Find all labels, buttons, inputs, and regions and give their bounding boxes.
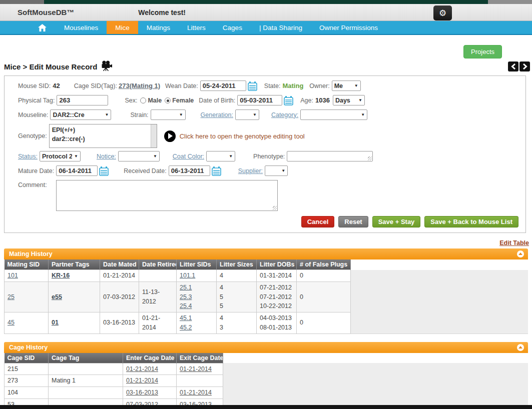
video-camera-icon[interactable] [100,60,113,72]
cancel-button[interactable]: Cancel [301,216,335,228]
litter-sid-link[interactable]: 45.2 [180,324,192,331]
mating-history-header-row: Mating SIDPartner TagsDate MatedDate Ret… [5,260,528,270]
dob-input[interactable] [237,95,282,106]
enter-date-link[interactable]: 01-21-2014 [126,377,158,384]
notice-label-link[interactable]: Notice: [97,153,116,160]
column-header [351,260,528,270]
enter-date-link[interactable]: 01-21-2014 [126,366,158,372]
phenotype-input[interactable] [287,151,373,162]
mating-sid-link[interactable]: 25 [8,294,15,300]
received-date-calendar-icon[interactable] [212,166,221,176]
collapse-up-icon[interactable] [517,344,524,351]
window-top-strip [0,0,532,4]
partner-tag-link[interactable]: 01 [52,319,59,326]
table-cell: 45.145.2 [177,312,217,334]
supplier-label-link[interactable]: Supplier: [238,168,263,174]
state-value: Mating [282,82,303,90]
mating-sid-link[interactable]: 45 [8,319,15,326]
litter-sid-link[interactable]: 25.1 [180,284,192,291]
dob-calendar-icon[interactable] [284,96,293,106]
comment-label: Comment: [18,182,47,188]
litter-sid-link[interactable]: 45.1 [180,314,192,322]
cage-history-row: 21501-21-201401-21-2014 [5,363,528,375]
table-cell: 101 [5,270,49,282]
category-select[interactable]: ▼ [300,110,367,120]
table-cell: 01-21-2014 [100,270,139,282]
exit-date-link[interactable]: 01-21-2014 [180,366,212,372]
save-back-button[interactable]: Save + Back to Mouse List [424,216,518,228]
mouseline-select[interactable]: DAR2::Cre▼ [50,110,111,120]
nav-item-mouselines[interactable]: Mouselines [56,21,107,34]
cage-tag-cell [49,363,123,375]
sex-female-radio[interactable] [165,98,171,104]
supplier-select[interactable]: ▼ [265,166,288,176]
cage-sid-link[interactable]: 273(Mating 1) [119,82,160,90]
settings-button[interactable]: ⚙ [433,6,452,20]
column-header [223,353,528,364]
top-strip-left [0,0,44,4]
chevron-down-icon: ▼ [251,112,257,117]
generation-select[interactable]: ▼ [235,110,259,120]
projects-button[interactable]: Projects [463,45,502,58]
cage-history-body: 21501-21-201401-21-2014273Mating 101-21-… [5,363,528,409]
top-strip-center [44,0,488,4]
status-label-link[interactable]: Status: [18,153,38,160]
chevron-down-icon: ▼ [72,154,78,158]
category-label-link[interactable]: Category: [271,112,298,118]
coat-color-select[interactable]: ▼ [206,151,235,162]
generation-label-link[interactable]: Generation: [201,112,233,118]
sex-label: Sex: [125,97,137,104]
sex-male-label: Male [148,97,162,104]
mating-history-table: Mating SIDPartner TagsDate MatedDate Ret… [4,260,528,334]
table-cell [177,375,223,387]
comment-textarea[interactable] [56,180,278,211]
mature-date-input[interactable] [56,166,98,176]
partner-tag-link[interactable]: e55 [52,294,62,300]
edit-table-link[interactable]: Edit Table [499,240,529,246]
strain-select[interactable]: ▼ [151,110,186,120]
column-header: Enter Cage Date [123,353,177,364]
nav-item-cages[interactable]: Cages [214,21,251,34]
nav-item-litters[interactable]: Litters [179,21,214,34]
play-icon[interactable] [164,130,176,142]
genotype-scrollbar[interactable] [151,124,157,148]
litter-sid-link[interactable]: 25.4 [180,302,192,310]
nav-item-mice[interactable]: Mice [107,21,138,34]
main-nav: Mouselines Mice Matings Litters Cages | … [0,21,532,35]
coat-color-label-link[interactable]: Coat Color: [173,153,204,160]
nav-item-matings[interactable]: Matings [138,21,179,34]
chevron-right-icon [522,64,527,70]
status-select[interactable]: Protocol 2▼ [40,151,81,162]
wean-date-input[interactable] [200,80,246,91]
mating-sid-link[interactable]: 101 [8,272,18,279]
physical-tag-input[interactable] [57,95,108,106]
notice-select[interactable]: ▼ [118,151,160,162]
collapse-up-icon[interactable] [517,250,524,258]
state-label: State: [264,82,281,90]
litter-sid-link[interactable]: 101.1 [180,272,195,279]
litter-sid-link[interactable]: 25.3 [180,294,192,300]
age-unit-select[interactable]: Days▼ [333,95,365,106]
table-cell: 01-21-2014 [177,363,223,375]
sex-male-radio[interactable] [140,98,146,104]
enter-date-link[interactable]: 03-16-2013 [126,389,158,396]
nav-item-data-sharing[interactable]: | Data Sharing [251,21,311,34]
mature-date-calendar-icon[interactable] [99,166,109,176]
reset-button[interactable]: Reset [338,216,368,228]
owner-select[interactable]: Me▼ [332,80,361,91]
nav-item-owner-permissions[interactable]: Owner Permissions [311,21,386,34]
next-record-button[interactable] [519,62,530,72]
exit-date-link[interactable]: 01-21-2014 [180,389,212,396]
partner-tag-link[interactable]: KR-16 [52,272,70,279]
received-date-input[interactable] [169,166,210,176]
gear-icon: ⚙ [439,9,446,18]
save-stay-button[interactable]: Save + Stay [372,216,421,228]
genotype-textarea[interactable]: EPI(+/+) dar2::cre(-) [49,124,157,148]
mouse-sid-value: 42 [53,82,60,90]
wean-date-calendar-icon[interactable] [248,81,257,91]
nav-home-button[interactable] [29,21,56,34]
table-cell: 101.1 [177,270,217,282]
physical-tag-label: Physical Tag: [18,97,55,104]
genotype-tool-link[interactable]: Click here to open the genotype editing … [180,132,305,140]
prev-record-button[interactable] [508,62,518,72]
